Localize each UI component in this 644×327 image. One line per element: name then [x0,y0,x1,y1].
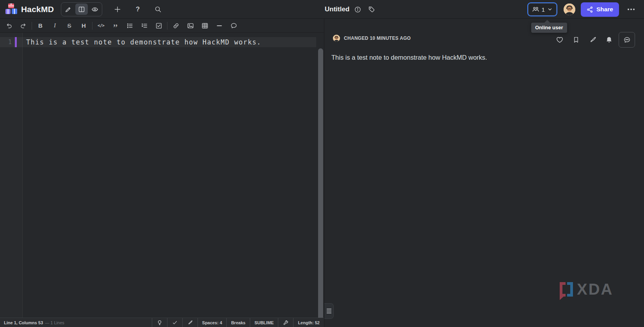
tag-icon [368,6,375,13]
view-mode-button[interactable] [89,4,101,15]
bullet-list-icon [126,22,133,29]
split-mode-button[interactable] [75,4,88,15]
checklist-icon [155,22,162,29]
line-count-text: — 1 Lines [45,320,64,325]
xda-watermark: XDA [560,281,613,297]
online-count: 1 [542,6,545,13]
code-block-button[interactable]: </> [94,19,108,32]
undo-button[interactable] [2,19,16,32]
pane-resize-handle[interactable] [324,303,334,319]
strikethrough-button[interactable]: S [62,19,76,32]
hackmd-logo-icon[interactable] [5,3,18,16]
italic-button[interactable]: I [48,19,62,32]
link-button[interactable] [169,19,183,32]
edit-mode-button[interactable] [62,4,75,15]
checklist-button[interactable] [151,19,166,32]
comment-icon [230,22,237,29]
bold-button[interactable]: B [33,19,48,32]
changed-line-marker [15,37,17,47]
search-icon [155,6,162,13]
blockquote-button[interactable]: ” [108,19,123,32]
split-view-icon [78,6,85,13]
note-tags-button[interactable] [366,4,377,15]
cursor-position-text: Line 1, Columns 53 [4,320,43,325]
heading-button[interactable]: H [76,19,91,32]
customize-button[interactable] [584,32,601,48]
numbered-list-icon [141,22,148,29]
editor-area[interactable]: 1 This is a test note to demonstrate how… [0,33,324,321]
chevron-down-icon [547,7,553,12]
redo-button[interactable] [16,19,30,32]
more-options-button[interactable] [624,3,638,16]
keymap-setting[interactable]: SUBLIME [250,318,278,327]
comment-dots-icon [623,36,631,44]
insert-table-button[interactable] [197,19,212,32]
topbar: HackMD ? Untitled 1 [0,0,644,19]
preview-header: CHANGED 10 MINUTES AGO Online user [324,19,644,50]
bullet-list-button[interactable] [123,19,137,32]
horizontal-rule-icon [216,22,223,29]
line-number: 1 [0,37,12,47]
xda-right-bracket-icon [567,282,573,297]
people-icon [532,6,539,12]
pencil-icon [65,6,72,13]
cursor-position: Line 1, Columns 53 — 1 Lines [0,318,64,327]
online-users-button[interactable]: 1 [527,2,557,16]
numbered-list-button[interactable] [137,19,151,32]
preview-actions [551,32,635,48]
editor-toolbar: B I S H </> ” [0,19,324,33]
heart-icon [556,36,564,44]
indent-setting[interactable]: Spaces: 4 [197,318,226,327]
bookmark-button[interactable] [568,32,584,48]
table-icon [201,22,208,29]
editor-scrollbar[interactable] [318,48,323,327]
link-icon [173,22,180,29]
changed-timestamp: CHANGED 10 MINUTES AGO [344,36,411,41]
user-avatar[interactable] [564,4,575,15]
night-mode-toggle[interactable] [152,318,167,327]
lightbulb-icon [157,320,162,325]
comments-panel-button[interactable] [619,32,635,48]
theme-brush-button[interactable] [182,318,197,327]
bell-icon [605,36,613,44]
info-icon [354,6,361,13]
online-user-tooltip: Online user [531,23,567,33]
insert-image-button[interactable] [183,19,197,32]
new-note-button[interactable] [111,3,124,16]
doc-length: Length: 52 [293,318,324,327]
title-group: Untitled [325,0,377,19]
linebreak-setting[interactable]: Breaks [226,318,250,327]
toolbar-divider [32,22,32,30]
toolbar-divider [167,22,167,30]
xda-watermark-text: XDA [577,281,613,297]
comment-button[interactable] [226,19,241,32]
undo-icon [5,22,12,29]
brand-name[interactable]: HackMD [21,5,54,14]
image-icon [187,22,194,29]
help-button[interactable]: ? [131,3,144,16]
editor-pane: B I S H </> ” 1 This is a test note to d… [0,19,324,327]
last-changed[interactable]: CHANGED 10 MINUTES AGO [333,35,411,42]
topbar-right: 1 Share [527,0,638,19]
ellipsis-icon [628,9,635,10]
share-nodes-icon [587,6,593,13]
share-button[interactable]: Share [581,2,619,17]
horizontal-rule-button[interactable] [212,19,226,32]
subscribe-button[interactable] [601,32,617,48]
brush-icon [187,320,193,325]
view-mode-group [61,2,102,16]
wrench-icon [283,320,288,325]
spellcheck-toggle[interactable] [167,318,182,327]
note-title: Untitled [325,5,349,13]
grip-icon [327,309,331,313]
check-icon [172,320,178,325]
like-button[interactable] [551,32,568,48]
note-info-button[interactable] [352,4,363,15]
search-button[interactable] [151,3,165,16]
bookmark-icon [573,36,580,43]
preferences-button[interactable] [278,318,293,327]
editor-text[interactable]: This is a test note to demonstrate how H… [26,37,261,47]
editor-statusbar: Line 1, Columns 53 — 1 Lines Spaces: 4 B… [0,318,324,327]
preview-content: This is a test note to demonstrate how H… [331,52,632,62]
toolbar-divider [92,22,93,30]
